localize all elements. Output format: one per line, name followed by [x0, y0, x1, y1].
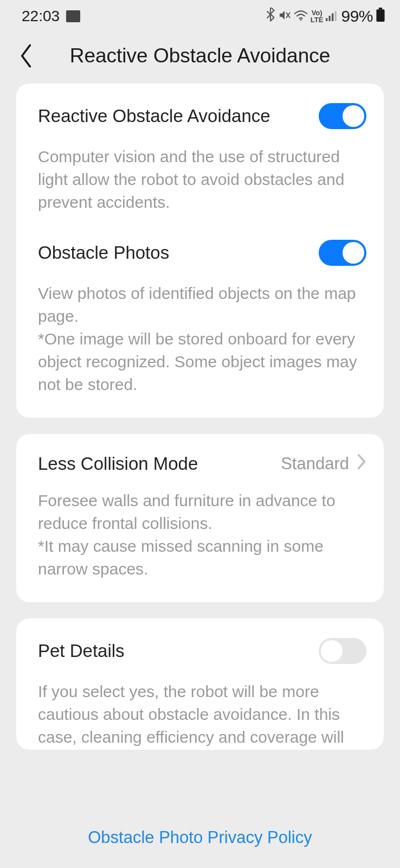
- picture-icon: [66, 10, 80, 22]
- status-bar: 22:03 Vo)LTE 99%: [0, 0, 400, 31]
- svg-rect-4: [329, 16, 331, 21]
- volte-label: Vo)LTE: [311, 9, 324, 23]
- less-collision-title: Less Collision Mode: [38, 454, 198, 474]
- toggle-knob: [343, 242, 364, 264]
- pet-details-toggle[interactable]: [319, 638, 366, 664]
- obstacle-avoidance-description: Computer vision and the use of structure…: [38, 145, 366, 214]
- obstacle-photos-toggle[interactable]: [319, 240, 366, 266]
- pet-details-description: If you select yes, the robot will be mor…: [38, 680, 366, 750]
- bluetooth-icon: [266, 8, 275, 25]
- svg-rect-5: [332, 13, 333, 21]
- pet-details-title: Pet Details: [38, 641, 125, 661]
- mute-icon: [278, 8, 291, 25]
- svg-rect-6: [335, 11, 337, 21]
- setting-obstacle-avoidance: Reactive Obstacle Avoidance: [38, 103, 366, 129]
- card-less-collision: Less Collision Mode Standard Foresee wal…: [16, 434, 384, 602]
- obstacle-photos-title: Obstacle Photos: [38, 242, 169, 263]
- setting-pet-details: Pet Details: [38, 638, 366, 664]
- page-title: Reactive Obstacle Avoidance: [37, 44, 363, 67]
- svg-rect-7: [379, 8, 383, 9]
- card-pet-details: Pet Details If you select yes, the robot…: [16, 618, 384, 750]
- status-right: Vo)LTE 99%: [266, 7, 385, 25]
- back-button[interactable]: [15, 45, 37, 67]
- wifi-icon: [294, 8, 308, 25]
- chevron-left-icon: [18, 44, 34, 68]
- less-collision-description: Foresee walls and furniture in advance t…: [38, 489, 366, 580]
- status-time: 22:03: [22, 8, 60, 25]
- battery-icon: [376, 8, 385, 25]
- less-collision-row[interactable]: Less Collision Mode Standard: [38, 454, 366, 474]
- privacy-policy-link[interactable]: Obstacle Photo Privacy Policy: [0, 828, 400, 847]
- signal-icon: [326, 8, 338, 25]
- status-icons-group: Vo)LTE: [266, 8, 338, 25]
- svg-rect-8: [376, 9, 384, 22]
- app-bar: Reactive Obstacle Avoidance: [0, 31, 400, 84]
- obstacle-photos-description: View photos of identified objects on the…: [38, 282, 366, 396]
- privacy-policy-label: Obstacle Photo Privacy Policy: [88, 828, 312, 847]
- obstacle-avoidance-toggle[interactable]: [319, 103, 366, 129]
- chevron-right-icon: [357, 454, 366, 474]
- status-left: 22:03: [22, 8, 80, 25]
- svg-rect-3: [326, 18, 327, 21]
- card-obstacle-settings: Reactive Obstacle Avoidance Computer vis…: [16, 84, 384, 418]
- setting-obstacle-photos: Obstacle Photos: [38, 240, 366, 266]
- toggle-knob: [321, 640, 343, 662]
- less-collision-value-container: Standard: [281, 454, 366, 474]
- less-collision-value: Standard: [281, 454, 349, 474]
- battery-percent: 99%: [341, 7, 373, 25]
- obstacle-avoidance-title: Reactive Obstacle Avoidance: [38, 106, 270, 126]
- content-area: Reactive Obstacle Avoidance Computer vis…: [0, 84, 400, 750]
- toggle-knob: [343, 105, 364, 127]
- svg-point-2: [300, 18, 301, 20]
